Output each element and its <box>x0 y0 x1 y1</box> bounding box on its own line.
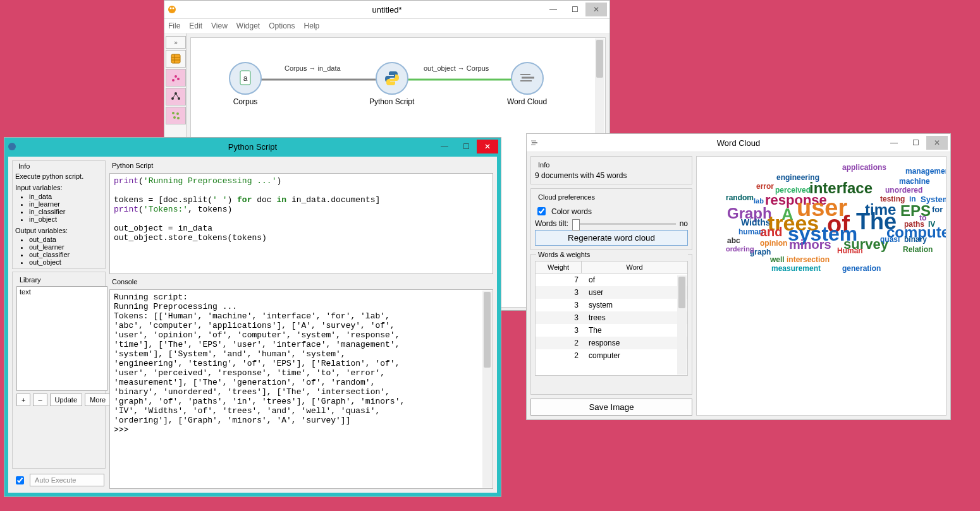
save-image-button[interactable]: Save Image <box>530 399 692 416</box>
cell-weight: 2 <box>536 349 584 362</box>
toolbar-collapse-button[interactable]: » <box>166 36 186 49</box>
cloud-word[interactable]: well <box>770 255 785 264</box>
remove-script-button[interactable]: – <box>33 394 47 406</box>
maximize-button[interactable]: ☐ <box>905 136 926 150</box>
table-row[interactable]: 3system <box>536 299 687 311</box>
col-word[interactable]: Word <box>582 262 687 273</box>
menu-view[interactable]: View <box>211 21 228 30</box>
cloud-word[interactable]: for <box>932 205 943 214</box>
table-row[interactable]: 2computer <box>536 349 687 362</box>
menu-help[interactable]: Help <box>304 21 320 30</box>
cloud-word[interactable]: binary <box>904 235 927 244</box>
cloud-word[interactable]: generation <box>842 264 881 273</box>
tool-unsupervised[interactable] <box>166 107 186 124</box>
auto-execute-button[interactable]: Auto Execute <box>30 474 104 486</box>
table-row[interactable]: 7of <box>536 274 687 286</box>
regenerate-button[interactable]: Regenerate word cloud <box>535 230 688 246</box>
menu-edit[interactable]: Edit <box>189 21 202 30</box>
cloud-word[interactable]: management <box>905 167 946 176</box>
menu-options[interactable]: Options <box>269 21 295 30</box>
weights-table[interactable]: Weight Word 7of3user3system3trees3The2re… <box>535 261 688 376</box>
close-button[interactable]: ✕ <box>585 3 607 16</box>
cloud-word[interactable]: applications <box>842 163 886 172</box>
pyscript-sidebar: Info Execute python script. Input variab… <box>8 157 109 493</box>
pyscript-title: Python Script <box>228 142 277 152</box>
svg-point-26 <box>8 143 16 150</box>
workflow-titlebar[interactable]: untitled* — ☐ ✕ <box>164 1 609 19</box>
script-header: Python Script <box>112 162 493 169</box>
cell-word: of <box>584 274 687 286</box>
wordcloud-sidebar: Info 9 documents with 45 words Cloud pre… <box>527 152 696 419</box>
auto-execute-checkbox[interactable] <box>16 476 24 484</box>
cloud-word[interactable]: random <box>726 193 754 202</box>
cloud-word[interactable]: measurement <box>771 264 821 273</box>
wordcloud-window: Word Cloud — ☐ ✕ Info 9 documents with 4… <box>526 133 951 420</box>
tool-visualize[interactable] <box>166 69 186 87</box>
console-scrollbar[interactable] <box>482 291 492 488</box>
table-row[interactable]: 2response <box>536 337 687 349</box>
console-output[interactable]: Running script: Running Preprocessing ..… <box>109 289 493 489</box>
maximize-button[interactable]: ☐ <box>455 140 477 153</box>
col-weight[interactable]: Weight <box>536 262 582 273</box>
table-row[interactable]: 3trees <box>536 311 687 324</box>
list-item: in_object <box>29 215 102 223</box>
cloud-word[interactable]: opinion <box>760 239 787 248</box>
cloud-word[interactable]: machine <box>899 177 930 186</box>
close-button[interactable]: ✕ <box>926 136 948 150</box>
pyscript-main: Python Script print('Running Preprocessi… <box>109 157 497 493</box>
cloud-word[interactable]: Human <box>837 246 863 255</box>
more-button[interactable]: More <box>85 394 111 406</box>
svg-point-2 <box>173 8 175 9</box>
cloud-word[interactable]: intersection <box>787 255 830 264</box>
wordcloud-titlebar[interactable]: Word Cloud — ☐ ✕ <box>527 134 950 152</box>
cloud-word[interactable]: Relation <box>903 245 933 254</box>
workflow-title: untitled* <box>372 5 402 15</box>
tilt-slider[interactable] <box>572 223 676 225</box>
cell-weight: 3 <box>536 286 584 299</box>
menu-file[interactable]: File <box>168 21 180 30</box>
cloud-word[interactable]: minors <box>789 237 831 252</box>
minimize-button[interactable]: — <box>883 136 905 150</box>
update-button[interactable]: Update <box>50 394 82 406</box>
tilt-value: no <box>680 219 688 228</box>
maximize-button[interactable]: ☐ <box>564 3 585 16</box>
close-button[interactable]: ✕ <box>477 140 498 153</box>
info-text: 9 documents with 45 words <box>535 171 688 180</box>
cloud-word[interactable]: lab <box>754 197 764 205</box>
svg-rect-3 <box>171 54 180 63</box>
node-corpus[interactable]: a Corpus <box>229 62 262 106</box>
edge-label-2: out_object → Corpus <box>424 64 489 72</box>
info-header: Info <box>16 162 32 170</box>
cloud-word[interactable]: unordered <box>885 186 922 195</box>
cloud-word[interactable]: abc <box>727 236 740 245</box>
cloud-word[interactable]: error <box>756 182 774 191</box>
svg-point-18 <box>177 117 180 119</box>
add-script-button[interactable]: + <box>16 394 30 406</box>
script-editor[interactable]: print('Running Preprocessing ...') token… <box>109 173 493 274</box>
minimize-button[interactable]: — <box>434 140 455 153</box>
table-row[interactable]: 3user <box>536 286 687 299</box>
cell-word: trees <box>584 311 687 324</box>
node-label: Corpus <box>229 97 262 106</box>
cell-weight: 2 <box>536 337 584 349</box>
pyscript-titlebar[interactable]: Python Script — ☐ ✕ <box>4 138 501 155</box>
cloud-word[interactable]: ordering <box>726 245 754 253</box>
tool-data[interactable] <box>166 50 186 68</box>
cloud-word[interactable]: quasi <box>880 235 900 244</box>
wordcloud-canvas[interactable]: applicationsmanagementengineeringmachine… <box>696 156 946 416</box>
python-script-window: Python Script — ☐ ✕ Info Execute python … <box>4 137 501 497</box>
node-python-script[interactable]: Python Script <box>369 62 414 106</box>
cloud-word[interactable]: and <box>760 225 783 239</box>
svg-point-17 <box>173 116 176 119</box>
table-scrollbar[interactable] <box>677 275 687 375</box>
color-words-checkbox[interactable] <box>537 207 546 215</box>
table-row[interactable]: 3The <box>536 324 687 337</box>
wordcloud-app-icon <box>529 138 539 148</box>
python-icon <box>376 62 408 95</box>
library-item[interactable]: text <box>20 288 104 296</box>
tool-model[interactable] <box>166 88 186 105</box>
menu-widget[interactable]: Widget <box>236 21 260 30</box>
library-listbox[interactable]: text <box>16 286 107 391</box>
minimize-button[interactable]: — <box>542 3 564 16</box>
node-word-cloud[interactable]: Word Cloud <box>507 62 547 106</box>
